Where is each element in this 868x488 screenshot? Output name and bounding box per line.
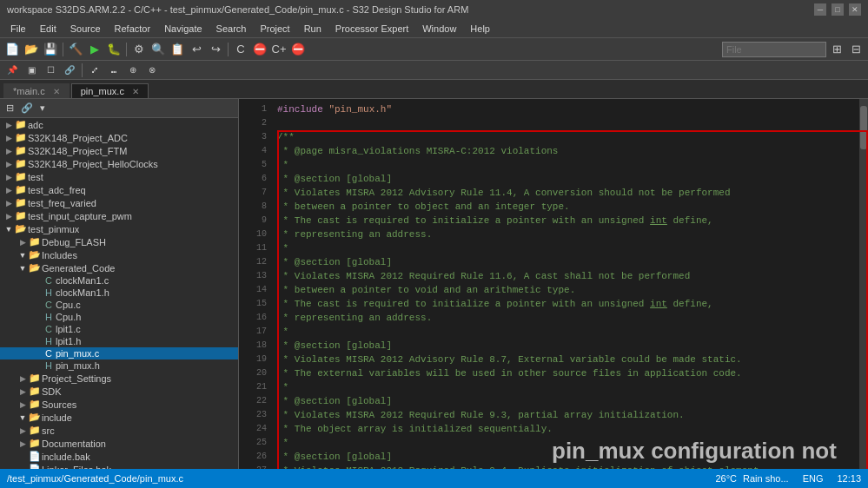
sidebar-item-label: Cpu.c — [56, 300, 238, 310]
close-button[interactable]: ✕ — [849, 3, 861, 16]
sidebar-item-test[interactable]: ▶ 📁 test — [0, 170, 238, 183]
toolbar-btn-9[interactable]: ⛔ — [251, 41, 268, 58]
menu-source[interactable]: Source — [63, 19, 108, 37]
toolbar2-btn1[interactable]: 📌 — [3, 62, 21, 79]
toolbar2-btn5[interactable]: ⑇ — [86, 62, 103, 79]
sidebar-item-linker-bak[interactable]: 📄 Linker_Files.bak — [0, 463, 238, 469]
run-button[interactable]: ▶ — [86, 41, 103, 58]
line-number: 10 — [239, 228, 274, 241]
minimize-button[interactable]: ─ — [814, 3, 826, 16]
search-input[interactable] — [722, 42, 826, 57]
collapse-all-btn[interactable]: ⊟ — [3, 102, 17, 115]
sidebar-item-debug-flash[interactable]: ▶ 📁 Debug_FLASH — [0, 235, 238, 248]
sidebar-item-test-pinmux[interactable]: ▼ 📂 test_pinmux — [0, 222, 238, 235]
menu-window[interactable]: Window — [415, 19, 463, 37]
menu-navigate[interactable]: Navigate — [157, 19, 209, 37]
sidebar-item-test-input[interactable]: ▶ 📁 test_input_capture_pwm — [0, 209, 238, 222]
file-c-icon: C — [42, 300, 56, 310]
menu-run[interactable]: Run — [297, 19, 328, 37]
sidebar-item-clockman1-h[interactable]: H clockMan1.h — [0, 287, 238, 299]
tab-main-c[interactable]: *main.c ✕ — [3, 83, 70, 98]
sidebar-item-include-bak[interactable]: 📄 include.bak — [0, 450, 238, 463]
menu-refactor[interactable]: Refactor — [108, 19, 158, 37]
sidebar-item-src[interactable]: ▶ 📁 src — [0, 424, 238, 437]
sidebar-item-s32k148-adc[interactable]: ▶ 📁 S32K148_Project_ADC — [0, 131, 238, 144]
code-line: 13 * Violates MISRA 2012 Required Rule 1… — [239, 269, 868, 283]
toolbar-btn-4[interactable]: 🔍 — [149, 41, 167, 58]
toolbar-btn-5[interactable]: 📋 — [169, 41, 186, 58]
save-button[interactable]: 💾 — [42, 41, 59, 58]
toolbar2-btn2[interactable]: ▣ — [23, 62, 40, 79]
code-line: 26 * @section [global] — [239, 450, 868, 464]
toolbar-btn-3[interactable]: ⚙ — [130, 41, 148, 58]
sidebar-item-include[interactable]: ▼ 📂 include — [0, 411, 238, 424]
code-line: 25 * — [239, 436, 868, 450]
code-line: 2 — [239, 116, 868, 130]
sidebar-item-sdk[interactable]: ▶ 📁 SDK — [0, 385, 238, 398]
line-number: 19 — [239, 353, 274, 366]
menu-project[interactable]: Project — [253, 19, 296, 37]
toolbar-separator-2 — [126, 43, 127, 56]
sidebar-item-s32k148-ftm[interactable]: ▶ 📁 S32K148_Project_FTM — [0, 144, 238, 157]
sidebar-item-s32k148-hello[interactable]: ▶ 📁 S32K148_Project_HelloClocks — [0, 157, 238, 170]
sidebar-item-test-adc[interactable]: ▶ 📁 test_adc_freq — [0, 183, 238, 196]
toolbar-btn-8[interactable]: C — [232, 41, 249, 58]
sidebar-item-label: Linker_Files.bak — [42, 465, 238, 470]
sidebar-item-cpu-c[interactable]: C Cpu.c — [0, 299, 238, 311]
tab-pin-mux-c-close[interactable]: ✕ — [132, 87, 139, 96]
sidebar-item-lpit1-c[interactable]: C lpit1.c — [0, 323, 238, 335]
maximize-button[interactable]: □ — [832, 3, 844, 16]
menu-processor-expert[interactable]: Processor Expert — [328, 19, 415, 37]
sidebar-item-label: clockMan1.c — [56, 275, 238, 286]
toolbar-btn-10[interactable]: C+ — [270, 41, 288, 58]
menu-file[interactable]: File — [3, 19, 33, 37]
sidebar-item-includes[interactable]: ▼ 📂 Includes — [0, 248, 238, 261]
debug-button[interactable]: 🐛 — [105, 41, 123, 58]
folder-open-icon: 📂 — [28, 249, 42, 260]
link-editor-btn[interactable]: 🔗 — [18, 102, 36, 115]
sidebar-item-generated-code[interactable]: ▼ 📂 Generated_Code — [0, 261, 238, 274]
scroll-thumb[interactable] — [860, 106, 867, 149]
toolbar2-btn7[interactable]: ⊕ — [124, 62, 142, 79]
status-language: ENG — [803, 473, 824, 484]
menu-edit[interactable]: Edit — [33, 19, 63, 37]
arrow-icon: ▼ — [17, 413, 28, 422]
sidebar-item-clockman1-c[interactable]: C clockMan1.c — [0, 274, 238, 287]
toolbar-btn-6[interactable]: ↩ — [188, 41, 205, 58]
code-container[interactable]: 1 #include "pin_mux.h" 2 3 — [239, 99, 868, 469]
sidebar-item-pin-mux-c[interactable]: C pin_mux.c — [0, 347, 238, 359]
toolbar-btn-7[interactable]: ↪ — [207, 41, 224, 58]
arrow-icon: ▶ — [17, 400, 28, 409]
arrow-icon: ▶ — [17, 374, 28, 383]
sidebar-item-project-settings[interactable]: ▶ 📁 Project_Settings — [0, 372, 238, 385]
line-content: * — [274, 325, 868, 339]
search-go-button[interactable]: ⊞ — [828, 41, 845, 58]
toolbar2-btn8[interactable]: ⊗ — [143, 62, 161, 79]
sidebar-item-test-freq[interactable]: ▶ 📁 test_freq_varied — [0, 196, 238, 209]
build-button[interactable]: 🔨 — [67, 41, 84, 58]
sidebar-menu-btn[interactable]: ▾ — [37, 102, 48, 115]
perspective-btn[interactable]: ⊟ — [847, 41, 865, 58]
toolbar2-btn3[interactable]: ☐ — [42, 62, 59, 79]
sidebar-item-label: Sources — [42, 399, 238, 410]
menu-help[interactable]: Help — [463, 19, 497, 37]
menu-search[interactable]: Search — [209, 19, 254, 37]
sidebar-item-cpu-h[interactable]: H Cpu.h — [0, 311, 238, 323]
toolbar2-btn4[interactable]: 🔗 — [61, 62, 78, 79]
sidebar-item-sources[interactable]: ▶ 📁 Sources — [0, 398, 238, 411]
file-h-icon: H — [42, 360, 56, 371]
folder-open-icon: 📂 — [14, 223, 28, 234]
sidebar-item-adc[interactable]: ▶ 📁 adc — [0, 118, 238, 131]
tab-main-c-close[interactable]: ✕ — [53, 87, 60, 96]
sidebar-item-label: src — [42, 425, 238, 436]
open-button[interactable]: 📂 — [23, 41, 40, 58]
tab-pin-mux-c[interactable]: pin_mux.c ✕ — [71, 83, 149, 98]
sidebar-item-pin-mux-h[interactable]: H pin_mux.h — [0, 359, 238, 372]
line-content: * The cast is required to initialize a p… — [274, 214, 868, 228]
toolbar2-btn6[interactable]: ⑉ — [105, 62, 123, 79]
toolbar-btn-11[interactable]: ⛔ — [289, 41, 307, 58]
sidebar-item-lpit1-h[interactable]: H lpit1.h — [0, 335, 238, 347]
new-button[interactable]: 📄 — [3, 41, 21, 58]
sidebar-item-documentation[interactable]: ▶ 📁 Documentation — [0, 437, 238, 450]
vertical-scrollbar[interactable] — [859, 99, 868, 469]
